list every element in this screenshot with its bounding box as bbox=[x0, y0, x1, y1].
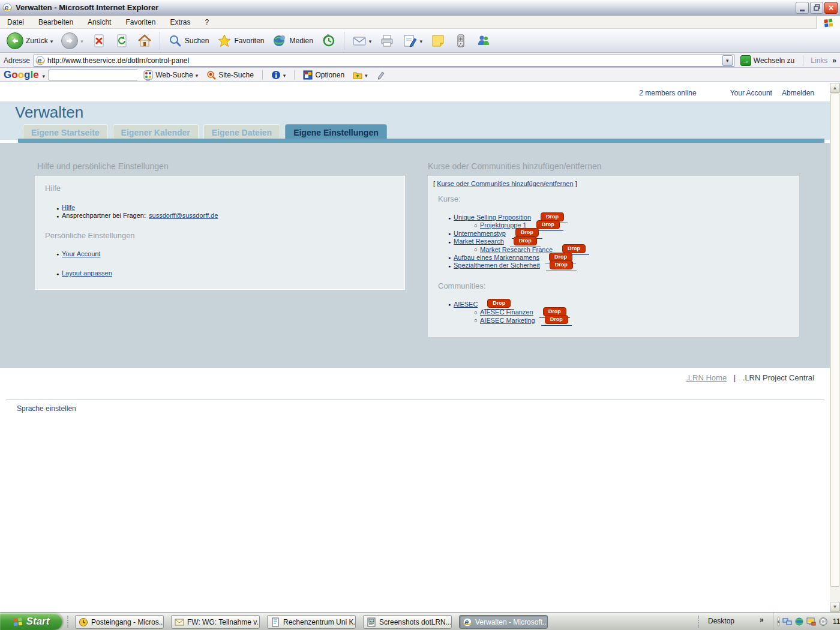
community-link[interactable]: AIESEC Finanzen bbox=[480, 308, 533, 316]
course-link[interactable]: Aufbau eines Markennamens bbox=[454, 254, 539, 262]
bullet-icon bbox=[472, 316, 480, 325]
info-icon bbox=[271, 70, 281, 80]
contact-email-link[interactable]: sussdorff@sussdorff.de bbox=[149, 212, 218, 220]
home-button[interactable] bbox=[134, 32, 155, 50]
links-chevron-icon[interactable]: » bbox=[832, 56, 836, 65]
menu-favoriten[interactable]: Favoriten bbox=[118, 17, 163, 28]
community-link[interactable]: AIESEC Marketing bbox=[480, 317, 535, 325]
edit-button[interactable] bbox=[400, 32, 425, 50]
bullet-icon bbox=[472, 308, 480, 317]
list-item: Layout anpassen bbox=[53, 269, 395, 277]
web-search-button[interactable]: Web-Suche bbox=[141, 70, 200, 80]
tab-eigene-startseite[interactable]: Eigene Startseite bbox=[23, 124, 108, 140]
vertical-scrollbar[interactable]: ▲ ▼ bbox=[830, 83, 840, 612]
manage-link-row: [ Kurse oder Communities hinzufügen/entf… bbox=[433, 180, 793, 187]
history-icon bbox=[322, 34, 336, 48]
bullet-icon bbox=[53, 212, 62, 220]
print-button[interactable] bbox=[377, 32, 397, 50]
close-button[interactable]: × bbox=[824, 2, 838, 14]
tab-eigene-einstellungen[interactable]: Eigene Einstellungen bbox=[285, 124, 387, 140]
go-button[interactable]: → Wechseln zu bbox=[738, 55, 797, 67]
task-verwalten-active[interactable]: e Verwalten - Microsoft... bbox=[459, 615, 548, 629]
course-link[interactable]: Market Research bbox=[454, 238, 504, 245]
mail-button[interactable] bbox=[349, 32, 375, 50]
bullet-icon bbox=[445, 214, 454, 222]
menu-ansicht[interactable]: Ansicht bbox=[80, 17, 118, 28]
your-account-link[interactable]: Your Account bbox=[730, 89, 772, 97]
google-search-box[interactable] bbox=[49, 70, 137, 80]
drop-button[interactable]: Drop bbox=[550, 260, 573, 269]
drop-button[interactable]: Drop bbox=[545, 315, 568, 324]
tab-eigener-kalender[interactable]: Eigener Kalender bbox=[113, 124, 199, 140]
course-link[interactable]: Unternehmenstyp bbox=[454, 230, 506, 238]
search-button[interactable]: Suchen bbox=[165, 32, 212, 50]
refresh-button[interactable] bbox=[112, 32, 132, 50]
drop-button[interactable]: Drop bbox=[487, 299, 511, 308]
task-rechenzentrum[interactable]: Rechenzentrum Uni K... bbox=[267, 615, 356, 629]
minimize-button[interactable] bbox=[796, 2, 809, 14]
back-button[interactable]: Zurück bbox=[4, 31, 56, 51]
address-dropdown-icon[interactable] bbox=[722, 55, 733, 66]
lrn-project-central-link[interactable]: .LRN Project Central bbox=[743, 373, 814, 382]
task-screenshots[interactable]: Screenshots dotLRN.... bbox=[363, 615, 452, 629]
google-search-input[interactable] bbox=[49, 70, 146, 80]
community-link[interactable]: AIESEC bbox=[454, 301, 478, 308]
tab-eigene-dateien[interactable]: Eigene Dateien bbox=[203, 124, 280, 140]
logout-link[interactable]: Abmelden bbox=[782, 89, 814, 97]
course-link[interactable]: Unique Selling Proposition bbox=[454, 214, 531, 221]
scroll-down-icon[interactable]: ▼ bbox=[830, 602, 840, 612]
forward-icon bbox=[61, 32, 78, 49]
back-label: Zurück bbox=[26, 37, 48, 45]
info-dropdown-icon[interactable] bbox=[283, 71, 286, 79]
menu-extras[interactable]: Extras bbox=[163, 17, 197, 28]
quicklaunch-handle[interactable] bbox=[67, 616, 69, 628]
desktop-toolbar-handle[interactable] bbox=[698, 616, 700, 628]
forward-button[interactable] bbox=[58, 31, 86, 51]
desktop-toolbar-label[interactable]: Desktop bbox=[708, 617, 734, 625]
folder-dropdown-icon[interactable] bbox=[365, 71, 368, 79]
google-logo[interactable]: Google bbox=[4, 69, 39, 81]
highlighter-button[interactable] bbox=[374, 70, 388, 80]
layout-link[interactable]: Layout anpassen bbox=[62, 269, 112, 277]
folder-up-button[interactable] bbox=[350, 70, 370, 80]
links-label[interactable]: Links bbox=[809, 56, 829, 65]
stop-button[interactable] bbox=[89, 32, 109, 50]
scrollbar-thumb[interactable] bbox=[830, 94, 839, 587]
task-mail-message[interactable]: FW: WG: Teilnahme v... bbox=[171, 615, 260, 629]
mobile-button[interactable] bbox=[451, 32, 471, 50]
tray-collapse-icon[interactable]: ‹ bbox=[777, 617, 780, 626]
task-posteingang[interactable]: Posteingang - Micros... bbox=[75, 615, 164, 629]
lrn-home-link[interactable]: .LRN Home bbox=[686, 373, 727, 382]
menu-bearbeiten[interactable]: Bearbeiten bbox=[31, 17, 80, 28]
messenger-button[interactable] bbox=[473, 32, 494, 50]
forward-dropdown-icon[interactable] bbox=[80, 37, 83, 45]
desktop-chevron-icon[interactable]: » bbox=[760, 616, 764, 624]
back-dropdown-icon[interactable] bbox=[50, 37, 53, 45]
drop-button[interactable]: Drop bbox=[514, 236, 537, 245]
discuss-button[interactable] bbox=[428, 32, 448, 50]
start-button[interactable]: Start bbox=[0, 613, 62, 630]
page-header-links: 2 members online Your Account Abmelden bbox=[639, 89, 814, 97]
menu-hilfe[interactable]: ? bbox=[197, 17, 216, 28]
course-link[interactable]: Spezialthemen der Sicherheit bbox=[454, 262, 540, 269]
your-account-settings-link[interactable]: Your Account bbox=[62, 250, 100, 258]
media-button[interactable]: Medien bbox=[269, 32, 316, 50]
web-search-dropdown-icon[interactable] bbox=[196, 71, 199, 79]
edit-dropdown-icon[interactable] bbox=[419, 37, 422, 45]
favorites-button[interactable]: Favoriten bbox=[214, 32, 267, 50]
course-link[interactable]: Market Research France bbox=[480, 246, 553, 254]
help-link[interactable]: Hilfe bbox=[62, 204, 75, 212]
taskbar-clock[interactable]: 11:16 bbox=[833, 617, 840, 626]
site-search-button[interactable]: Site-Suche bbox=[204, 70, 256, 80]
google-logo-dropdown-icon[interactable] bbox=[43, 70, 46, 80]
history-button[interactable] bbox=[319, 32, 339, 50]
manage-courses-link[interactable]: Kurse oder Communities hinzufügen/entfer… bbox=[437, 180, 573, 187]
restore-button[interactable] bbox=[810, 2, 823, 14]
scroll-up-icon[interactable]: ▲ bbox=[830, 83, 840, 93]
language-link[interactable]: Sprache einstellen bbox=[17, 404, 76, 413]
options-button[interactable]: Optionen bbox=[301, 70, 347, 80]
mail-dropdown-icon[interactable] bbox=[369, 37, 372, 45]
address-input[interactable]: e http://www.theservice.de/dotlrn/contro… bbox=[34, 55, 734, 67]
menu-datei[interactable]: Datei bbox=[0, 17, 31, 28]
page-info-button[interactable] bbox=[269, 70, 289, 80]
